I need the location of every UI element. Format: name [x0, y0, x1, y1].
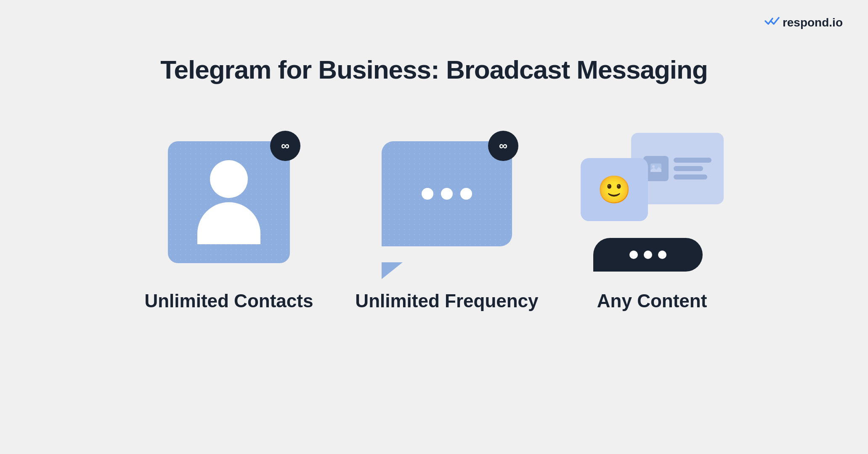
- chat-bubble-main: [382, 141, 512, 246]
- dot-2: [441, 188, 453, 200]
- dot-3: [460, 188, 472, 200]
- unlimited-frequency-card: ∞ Unlimited Frequency: [355, 135, 538, 311]
- smiley-bubble: 🙂: [581, 158, 648, 221]
- dark-dot-3: [658, 251, 666, 259]
- text-line-2: [674, 166, 703, 171]
- bg-card-inner: [643, 156, 711, 181]
- logo-check-icon: [764, 15, 780, 30]
- contacts-illustration: ∞: [157, 135, 300, 269]
- content-illustration: 🙂: [581, 133, 724, 272]
- text-line-1: [674, 158, 711, 163]
- content-illustration-wrapper: 🙂: [581, 135, 724, 269]
- person-icon: [197, 160, 260, 244]
- unlimited-frequency-label: Unlimited Frequency: [355, 290, 538, 311]
- any-content-label: Any Content: [597, 290, 707, 311]
- logo: respond.io: [764, 15, 843, 30]
- bubble-tail: [382, 262, 403, 279]
- dark-message-bubble: [593, 238, 703, 272]
- frequency-illustration: ∞: [375, 135, 518, 269]
- dark-dot-1: [629, 251, 638, 259]
- person-head: [210, 160, 248, 198]
- infinity-badge-frequency: ∞: [488, 131, 518, 161]
- unlimited-contacts-label: Unlimited Contacts: [144, 290, 313, 311]
- page-title: Telegram for Business: Broadcast Messagi…: [160, 55, 708, 84]
- features-container: ∞ Unlimited Contacts ∞ Unlimited: [144, 135, 723, 311]
- unlimited-contacts-card: ∞ Unlimited Contacts: [144, 135, 313, 311]
- text-lines: [674, 158, 711, 179]
- chat-bubble-container: [382, 141, 512, 263]
- svg-point-1: [652, 165, 655, 168]
- text-line-3: [674, 174, 707, 179]
- any-content-card: 🙂 Any Content: [581, 135, 724, 311]
- dark-dot-2: [644, 251, 652, 259]
- contact-box: [168, 141, 290, 263]
- person-body: [197, 202, 260, 244]
- dot-1: [422, 188, 433, 200]
- smiley-icon: 🙂: [597, 174, 631, 206]
- logo-text: respond.io: [783, 16, 843, 29]
- infinity-badge-contacts: ∞: [270, 131, 300, 161]
